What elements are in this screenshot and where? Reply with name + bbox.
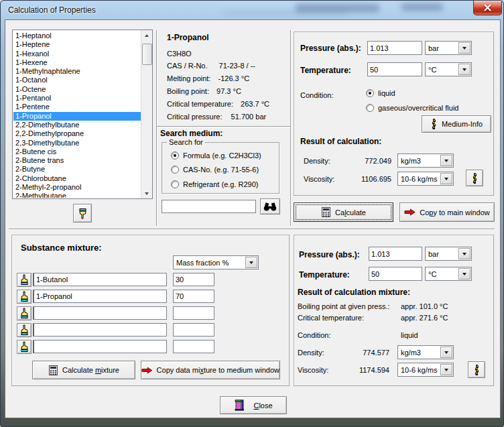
pressure-unit-combo[interactable]: bar: [425, 41, 472, 55]
mixture-temperature-unit-combo[interactable]: °C: [425, 267, 472, 281]
mixture-density-unit-combo[interactable]: kg/m3: [397, 345, 454, 359]
radio-condition-gaseous[interactable]: [366, 104, 374, 112]
mixture-boiling-value: appr. 101.0 °C: [401, 302, 448, 310]
list-item[interactable]: 2-Butyne: [13, 165, 141, 174]
dropdown-arrow-icon[interactable]: [458, 248, 470, 259]
mixture-substance-input[interactable]: [33, 340, 167, 353]
melting-point-label: Melting point:: [167, 74, 210, 82]
search-for-label: Search for: [167, 138, 205, 146]
mixture-viscosity-unit-value: 10-6 kg/ms: [401, 366, 437, 374]
mixture-substance-input[interactable]: [33, 323, 167, 337]
dropdown-arrow-icon[interactable]: [440, 364, 452, 375]
list-item[interactable]: 2-Methyl-2-propanol: [13, 183, 141, 192]
dropdown-arrow-icon[interactable]: [440, 173, 452, 184]
dropdown-arrow-icon[interactable]: [245, 257, 257, 268]
pick-substance-button[interactable]: [17, 273, 32, 287]
list-item[interactable]: 1-Octene: [13, 85, 141, 94]
pick-substance-button[interactable]: [17, 340, 32, 354]
mixture-fraction-input[interactable]: [173, 290, 214, 303]
calculate-mixture-button[interactable]: Calculate mixture: [32, 361, 135, 379]
list-item[interactable]: 1-Hexene: [13, 58, 141, 67]
red-arrow-icon: [404, 208, 416, 216]
list-item[interactable]: 1-Pentanol: [13, 94, 141, 103]
mixture-fraction-input[interactable]: [173, 340, 214, 353]
dropdown-arrow-icon[interactable]: [440, 347, 452, 358]
binoculars-icon: [263, 202, 277, 211]
list-item[interactable]: 1-Heptene: [13, 40, 141, 49]
dropdown-arrow-icon[interactable]: [458, 42, 470, 54]
thermometer-icon: [471, 173, 479, 184]
mixture-pressure-unit-combo[interactable]: bar: [425, 247, 472, 261]
mixture-substance-input[interactable]: [33, 306, 167, 320]
list-item[interactable]: 1-Heptanol: [13, 32, 141, 40]
dropdown-arrow-icon[interactable]: [458, 268, 470, 280]
radio-condition-liquid[interactable]: [366, 89, 374, 97]
melting-point-value: -126.3 °C: [218, 74, 250, 82]
radio-search-cas-label: CAS-No. (e.g. 71-55-6): [183, 166, 259, 174]
list-item[interactable]: 2,2-Dimethylpropane: [13, 129, 141, 138]
search-button[interactable]: [260, 198, 280, 215]
mixture-viscosity-value: 1174.594: [339, 366, 389, 374]
radio-search-cas[interactable]: [171, 166, 179, 174]
list-item[interactable]: 2-Chlorobutane: [13, 174, 141, 183]
calculate-button[interactable]: Calculate: [294, 202, 393, 222]
mixture-substance-input[interactable]: [33, 273, 167, 286]
take-substance-button[interactable]: [73, 204, 92, 223]
mixture-pressure-input[interactable]: [369, 247, 422, 261]
list-item[interactable]: 2,3-Dimethylbutane: [13, 139, 141, 147]
temperature-unit-combo[interactable]: °C: [425, 62, 472, 76]
list-item[interactable]: 1-Octanol: [13, 76, 141, 84]
copy-mixture-button[interactable]: Copy data mixture to medium window: [141, 361, 280, 379]
pick-substance-button[interactable]: [17, 306, 32, 320]
list-item[interactable]: 2-Methylbutane: [13, 192, 141, 198]
thermometer-icon: [430, 119, 438, 129]
list-item[interactable]: 2-Butene trans: [13, 156, 141, 165]
pick-substance-button[interactable]: [17, 290, 32, 304]
mixture-fraction-input[interactable]: [173, 273, 214, 286]
close-button[interactable]: Close: [220, 396, 287, 414]
scroll-up-arrow-icon[interactable]: [141, 30, 152, 40]
substance-listbox[interactable]: 1-Heptanol1-Heptene1-Hexanol1-Hexene1-Me…: [12, 29, 153, 199]
hand-up-icon: [19, 324, 29, 336]
pressure-label: Pressure (abs.):: [300, 44, 361, 53]
scrollbar-thumb[interactable]: [142, 44, 152, 65]
list-scrollbar[interactable]: [141, 30, 152, 198]
scroll-down-arrow-icon[interactable]: [141, 188, 152, 198]
pick-substance-button[interactable]: [17, 323, 32, 337]
dropdown-arrow-icon[interactable]: [458, 64, 470, 75]
viscosity-info-button[interactable]: [466, 170, 483, 186]
mixture-temperature-input[interactable]: [369, 267, 422, 281]
list-item[interactable]: 1-Methylnaphtalene: [13, 67, 141, 76]
pressure-input[interactable]: [367, 41, 422, 55]
list-item[interactable]: 1-Hexanol: [13, 50, 141, 58]
fraction-unit-combo[interactable]: Mass fraction %: [173, 255, 259, 269]
temperature-input[interactable]: [367, 62, 422, 76]
mixture-density-unit-value: kg/m3: [401, 349, 421, 357]
medium-calculation-panel: [294, 32, 494, 196]
hand-down-icon: [78, 208, 87, 219]
density-unit-combo[interactable]: kg/m3: [397, 154, 454, 168]
radio-search-refrigerant[interactable]: [171, 180, 179, 188]
mixture-viscosity-unit-combo[interactable]: 10-6 kg/ms: [397, 363, 454, 377]
calculator-icon: [48, 365, 58, 375]
list-item[interactable]: 1-Propanol: [13, 112, 141, 121]
dropdown-arrow-icon[interactable]: [440, 155, 452, 166]
copy-to-main-window-button[interactable]: Copy to main window: [399, 202, 495, 222]
list-item[interactable]: 1-Pentene: [13, 103, 141, 111]
viscosity-unit-combo[interactable]: 10-6 kg/ms: [397, 172, 454, 186]
calculate-mixture-label: Calculate mixture: [62, 366, 119, 374]
search-input[interactable]: [162, 200, 256, 213]
mixture-fraction-input[interactable]: [173, 323, 214, 337]
mixture-density-value: 774.577: [339, 349, 389, 357]
calculate-button-label: Calculate: [335, 208, 366, 217]
list-item[interactable]: 2,2-Dimethylbutane: [13, 121, 141, 129]
mixture-fraction-input[interactable]: [173, 306, 214, 320]
list-item[interactable]: 2-Butene cis: [13, 147, 141, 156]
substance-formula: C3H8O: [167, 50, 192, 58]
copy-button-label: Copy to main window: [420, 208, 490, 217]
mixture-viscosity-info-button[interactable]: [468, 361, 485, 378]
radio-search-formula[interactable]: [171, 151, 179, 160]
mixture-density-label: Density:: [298, 349, 324, 357]
medium-info-button[interactable]: Medium-Info: [422, 115, 491, 133]
mixture-substance-input[interactable]: [33, 290, 167, 303]
